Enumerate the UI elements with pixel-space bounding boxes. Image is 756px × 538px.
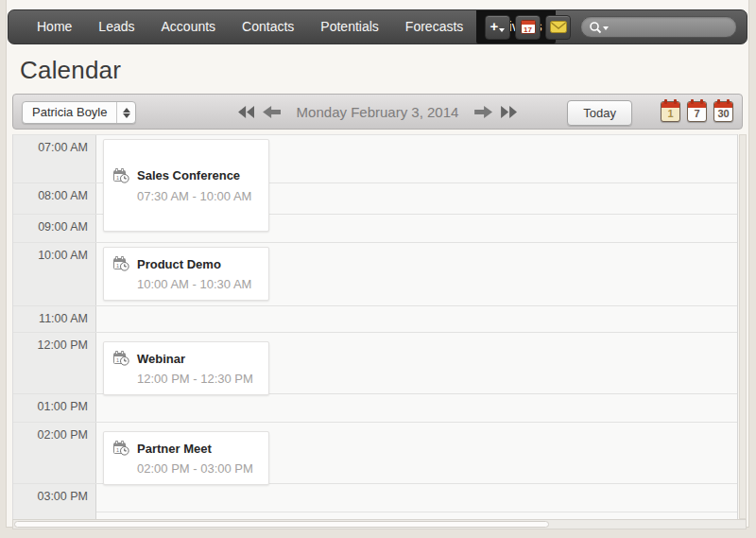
mail-shortcut-button[interactable] <box>545 15 571 40</box>
navbar-quick-actions: + 17 <box>485 10 737 43</box>
event-time: 07:30 AM - 10:00 AM <box>137 189 268 203</box>
view-switcher: 1 7 30 <box>661 101 733 122</box>
plus-icon: + <box>490 19 499 33</box>
spinner-arrows-icon <box>116 102 135 123</box>
hour-label: 03:00 PM <box>13 490 88 503</box>
calendar-peg-icon <box>664 99 667 104</box>
search-box[interactable] <box>580 16 737 38</box>
hour-label: 10:00 AM <box>13 249 88 262</box>
next-day-button[interactable] <box>474 106 492 118</box>
nav-item-home[interactable]: Home <box>24 10 85 43</box>
event-card[interactable]: 1 Partner Meet 02:00 PM - 03:00 PM <box>103 431 269 485</box>
event-card[interactable]: 1 Webinar 12:00 PM - 12:30 PM <box>103 341 269 395</box>
fast-backward-button[interactable] <box>238 106 254 118</box>
view-button-30[interactable]: 30 <box>713 101 733 122</box>
svg-text:1: 1 <box>116 174 119 180</box>
arrow-right-icon <box>474 106 492 118</box>
today-button[interactable]: Today <box>567 100 632 126</box>
event-time: 10:00 AM - 10:30 AM <box>137 277 268 291</box>
hour-label: 07:00 AM <box>13 141 88 154</box>
svg-text:1: 1 <box>116 263 119 269</box>
top-navbar: HomeLeadsAccountsContactsPotentialsForec… <box>8 9 747 44</box>
hour-label: 12:00 PM <box>13 338 88 352</box>
svg-text:1: 1 <box>116 357 119 363</box>
event-calendar-clock-icon: 1 <box>113 256 129 271</box>
page-title: Calendar <box>20 56 748 85</box>
event-card[interactable]: 1 Sales Conference 07:30 AM - 10:00 AM <box>103 139 269 232</box>
event-title: Partner Meet <box>137 442 212 456</box>
nav-item-contacts[interactable]: Contacts <box>229 10 307 43</box>
search-icon <box>589 21 602 34</box>
event-time: 02:00 PM - 03:00 PM <box>137 461 268 476</box>
nav-item-potentials[interactable]: Potentials <box>307 10 391 43</box>
calendar-peg-icon <box>727 99 730 104</box>
event-calendar-clock-icon: 1 <box>113 168 129 183</box>
chevron-down-icon <box>499 28 505 32</box>
calendar-panel: 07:00 AM 08:00 AM 09:00 AM 10:00 AM 11:0… <box>12 134 747 519</box>
fast-forward-button[interactable] <box>501 106 517 118</box>
event-card[interactable]: 1 Product Demo 10:00 AM - 10:30 AM <box>103 247 269 301</box>
calendar-peg-icon <box>691 99 694 104</box>
calendar-peg-icon <box>674 99 677 104</box>
calendar-peg-icon <box>700 99 703 104</box>
double-chevron-left-icon <box>238 106 254 118</box>
event-time: 12:00 PM - 12:30 PM <box>137 372 268 386</box>
mail-icon <box>550 21 567 33</box>
event-title: Webinar <box>137 352 185 366</box>
hour-row[interactable]: 01:00 PM <box>13 393 737 422</box>
calendar-toolbar: Patricia Boyle Monday February 3, 2014 <box>12 94 743 130</box>
event-title: Sales Conference <box>137 168 240 182</box>
horizontal-scrollbar[interactable] <box>12 519 747 529</box>
vertical-scrollbar[interactable] <box>739 134 747 519</box>
app-window: HomeLeadsAccountsContactsPotentialsForec… <box>6 0 749 528</box>
double-chevron-right-icon <box>501 106 517 118</box>
current-date-label: Monday February 3, 2014 <box>297 104 459 120</box>
calendar-peg-icon <box>717 99 720 104</box>
partial-row-stub <box>13 512 737 519</box>
day-grid: 07:00 AM 08:00 AM 09:00 AM 10:00 AM 11:0… <box>12 134 738 519</box>
calendar-shortcut-button[interactable]: 17 <box>515 15 541 40</box>
hour-label: 02:00 PM <box>13 428 88 442</box>
hour-label: 11:00 AM <box>13 312 88 325</box>
user-selector[interactable]: Patricia Boyle <box>22 101 136 124</box>
view-button-1[interactable]: 1 <box>661 101 680 122</box>
view-button-7[interactable]: 7 <box>687 101 707 122</box>
previous-day-button[interactable] <box>263 106 281 118</box>
hour-row[interactable]: 11:00 AM <box>13 305 737 332</box>
nav-item-accounts[interactable]: Accounts <box>148 10 230 43</box>
hour-label: 09:00 AM <box>13 220 88 234</box>
horizontal-scrollbar-thumb[interactable] <box>14 521 549 528</box>
calendar-icon: 17 <box>521 20 536 34</box>
svg-text:1: 1 <box>116 447 119 453</box>
hour-label: 01:00 PM <box>13 400 88 413</box>
search-input[interactable] <box>609 20 729 34</box>
event-title: Product Demo <box>137 257 221 271</box>
nav-item-leads[interactable]: Leads <box>85 10 147 43</box>
quick-add-button[interactable]: + <box>485 15 510 40</box>
hour-row[interactable]: 03:00 PM <box>13 483 737 512</box>
hour-label: 08:00 AM <box>13 189 88 202</box>
arrow-left-icon <box>263 106 281 118</box>
date-navigation: Monday February 3, 2014 <box>238 95 518 129</box>
event-calendar-clock-icon: 1 <box>113 441 129 456</box>
event-calendar-clock-icon: 1 <box>113 351 129 366</box>
nav-item-forecasts[interactable]: Forecasts <box>392 10 476 43</box>
nav-items: HomeLeadsAccountsContactsPotentialsForec… <box>24 10 556 43</box>
user-selector-value: Patricia Boyle <box>23 102 116 123</box>
